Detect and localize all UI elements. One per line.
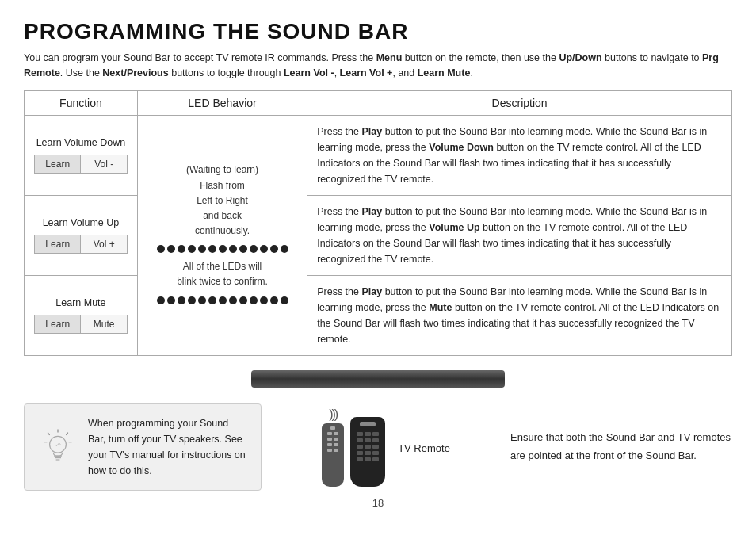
learn-vol-up-btn[interactable]: Learn Vol +: [34, 235, 128, 254]
func-cell-vol-down: Learn Volume Down Learn Vol -: [25, 115, 138, 195]
signal-waves: ))): [329, 407, 337, 422]
bottom-section: When programming your Sound Bar, turn of…: [24, 370, 732, 509]
slim-remote-body: [322, 423, 344, 487]
intro-paragraph: You can program your Sound Bar to accept…: [24, 51, 732, 81]
ensure-text: Ensure that both the Sound Bar and TV re…: [510, 429, 732, 464]
table-row: Learn Volume Up Learn Vol + Press the Pl…: [25, 195, 732, 275]
func-label-vol-up: Learn Volume Up: [34, 216, 128, 231]
func-cell-vol-up: Learn Volume Up Learn Vol +: [25, 195, 138, 275]
bulb-icon: [39, 428, 77, 466]
col-header-function: Function: [25, 90, 138, 115]
tv-remote-shape: [350, 417, 385, 487]
slim-remote: ))): [322, 407, 344, 487]
led-dots-row1: [147, 245, 297, 253]
func-cell-mute: Learn Mute Learn Mute: [25, 275, 138, 355]
soundbar-graphic: [251, 370, 505, 396]
led-behavior-cell: (Waiting to learn) Flash from Left to Ri…: [137, 115, 307, 355]
tv-remote-area: ))): [277, 407, 494, 487]
led-waiting-text: (Waiting to learn) Flash from Left to Ri…: [147, 163, 297, 239]
desc-cell-vol-up: Press the Play button to put the Sound B…: [307, 195, 732, 275]
desc-text-vol-up: Press the Play button to put the Sound B…: [317, 204, 722, 267]
col-header-description: Description: [307, 90, 732, 115]
table-row: Learn Volume Down Learn Vol - (Waiting t…: [25, 115, 732, 195]
svg-line-1: [48, 432, 49, 434]
programming-table: Function LED Behavior Description Learn …: [24, 90, 732, 356]
info-box: When programming your Sound Bar, turn of…: [24, 403, 262, 491]
led-confirm-text: All of the LEDs will blink twice to conf…: [147, 259, 297, 289]
soundbar-image: [251, 370, 505, 388]
bottom-row: When programming your Sound Bar, turn of…: [24, 403, 732, 491]
page-number: 18: [372, 497, 384, 509]
desc-cell-vol-down: Press the Play button to put the Sound B…: [307, 115, 732, 195]
func-label-vol-down: Learn Volume Down: [34, 136, 128, 151]
learn-label-up: Learn: [35, 235, 81, 253]
desc-cell-mute: Press the Play button to put the Sound B…: [307, 275, 732, 355]
tv-remote-body: [350, 417, 385, 487]
learn-vol-down-btn[interactable]: Learn Vol -: [34, 155, 128, 174]
tv-remote-label: TV Remote: [398, 442, 450, 454]
desc-text-vol-down: Press the Play button to put the Sound B…: [317, 124, 722, 187]
mute-val: Mute: [81, 315, 126, 333]
vol-up-val: Vol +: [81, 235, 126, 253]
svg-line-2: [66, 432, 67, 434]
page-title: PROGRAMMING THE SOUND BAR: [24, 19, 732, 44]
table-row: Learn Mute Learn Mute Press the Play but…: [25, 275, 732, 355]
vol-down-val: Vol -: [81, 155, 126, 173]
remote-container: ))): [322, 407, 450, 487]
learn-label: Learn: [35, 155, 81, 173]
led-dots-row2: [147, 296, 297, 304]
func-label-mute: Learn Mute: [34, 296, 128, 311]
col-header-led: LED Behavior: [137, 90, 307, 115]
desc-text-mute: Press the Play button to put the Sound B…: [317, 284, 722, 347]
learn-mute-btn[interactable]: Learn Mute: [34, 315, 128, 334]
learn-label-mute: Learn: [35, 315, 81, 333]
info-text: When programming your Sound Bar, turn of…: [88, 415, 246, 479]
